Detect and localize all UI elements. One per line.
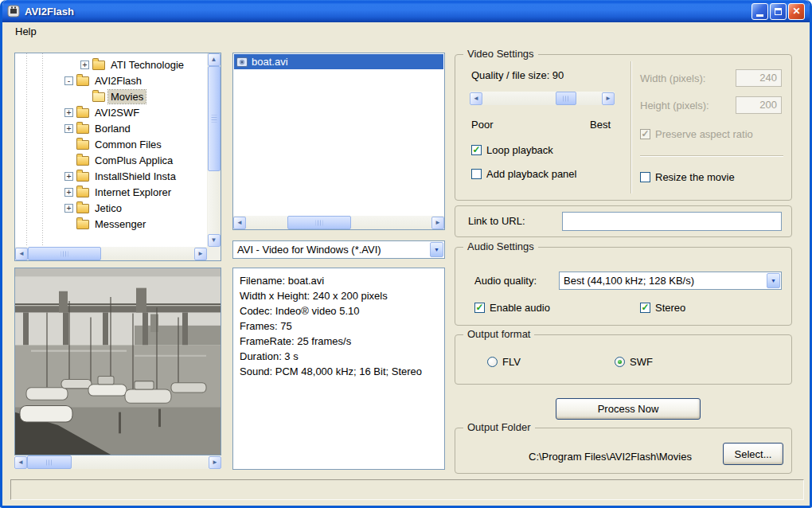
link-url-label: Link to URL: [468,215,525,227]
tree-expander-icon [64,140,73,149]
scrollbar-track[interactable] [27,455,209,469]
quality-label: Quality / file size: 90 [471,69,564,81]
audio-quality-label: Audio quality: [474,275,537,287]
preview-horizontal-scrollbar[interactable]: ◄ ► [14,455,221,469]
tree-item-internet-explorer[interactable]: + Internet Explorer [15,184,207,200]
close-icon: ✕ [792,6,800,17]
height-field: 200 [736,96,782,114]
tree-expander-icon[interactable]: + [64,188,73,197]
tree-item-label: Movies [108,90,146,104]
scroll-left-arrow-icon[interactable]: ◄ [14,456,27,469]
format-dropdown-value: AVI - Video for Windows (*.AVI) [233,244,430,256]
tree-item-label: Messenger [92,217,148,231]
folder-icon [76,124,89,134]
checkbox-box [471,169,482,179]
tree-expander-icon[interactable]: + [64,172,73,181]
tree-vertical-scrollbar[interactable]: ▲ ▼ [207,53,221,247]
swf-radio[interactable]: SWF [615,356,653,368]
process-now-button[interactable]: Process Now [556,398,701,420]
scrollbar-thumb[interactable] [208,66,221,171]
tree-expander-icon [64,220,73,229]
title-bar: AVI2Flash ✕ [2,0,810,22]
tree-expander-icon [80,92,89,101]
height-label: Height (pixels): [640,100,709,111]
scroll-right-arrow-icon[interactable]: ► [194,248,207,260]
tree-item-movies[interactable]: Movies [15,88,207,104]
dropdown-arrow-icon[interactable]: ▼ [430,242,443,257]
select-folder-button[interactable]: Select... [723,443,783,465]
checkbox-label: Enable audio [490,302,550,314]
minimize-icon [756,14,763,17]
output-format-group: Output format FLV SWF [455,334,792,385]
tree-item-label: ATI Technologie [108,58,186,72]
loop-playback-checkbox[interactable]: ✓ Loop playback [471,144,553,156]
tree-expander-icon[interactable]: + [80,61,89,69]
audio-quality-value: Best (44,100 kHz; 128 KB/s) [560,275,767,287]
menu-help[interactable]: Help [10,24,41,39]
group-title: Video Settings [463,48,538,60]
file-list-item-boat-avi[interactable]: boat.avi [234,54,443,69]
tree-item-common-files[interactable]: Common Files [15,136,207,152]
minimize-button[interactable] [751,3,768,20]
scrollbar-track[interactable] [208,66,221,234]
link-url-input[interactable] [562,212,782,231]
tree-item-complus-applications[interactable]: ComPlus Applica [15,152,207,168]
slider-left-arrow-icon[interactable]: ◄ [470,92,482,105]
tree-item-avi2flash[interactable]: - AVI2Flash [15,72,207,88]
maximize-button[interactable] [770,3,787,20]
tree-item-avi2swf[interactable]: + AVI2SWF [15,104,207,120]
folder-icon [76,220,89,229]
tree-horizontal-scrollbar[interactable]: ◄ ► [15,247,207,260]
stereo-checkbox[interactable]: ✓ Stereo [640,302,685,314]
format-dropdown[interactable]: AVI - Video for Windows (*.AVI) ▼ [232,240,445,259]
close-button[interactable]: ✕ [788,3,805,20]
scroll-down-arrow-icon[interactable]: ▼ [208,234,221,247]
file-name: boat.avi [252,56,288,68]
video-file-icon [236,57,248,68]
tree-expander-icon[interactable]: - [64,76,73,85]
radio-label: FLV [502,356,521,368]
slider-track[interactable] [482,92,602,105]
info-line-sound: Sound: PCM 48,000 kHz; 16 Bit; Stereo [240,364,438,379]
tree-item-label: ComPlus Applica [92,154,175,167]
file-list-horizontal-scrollbar[interactable]: ◄ ► [233,216,444,229]
video-settings-group: Video Settings Quality / file size: 90 ◄… [455,54,792,201]
scrollbar-track[interactable] [28,247,194,260]
tree-item-messenger[interactable]: Messenger [15,216,207,232]
enable-audio-checkbox[interactable]: ✓ Enable audio [474,302,550,314]
tree-item-label: AVI2Flash [92,74,144,88]
scrollbar-thumb[interactable] [27,455,72,469]
scrollbar-thumb[interactable] [287,216,351,229]
scroll-right-arrow-icon[interactable]: ► [431,217,444,229]
audio-quality-dropdown[interactable]: Best (44,100 kHz; 128 KB/s) ▼ [559,272,782,290]
checkbox-label: Add playback panel [486,168,576,180]
dropdown-arrow-icon[interactable]: ▼ [767,273,780,288]
info-line-framerate: FrameRate: 25 frames/s [240,334,438,349]
info-line-codec: Codec: Indeo® video 5.10 [240,303,438,318]
tree-item-installshield[interactable]: + InstallShield Insta [15,168,207,184]
folder-tree: + ATI Technologie - AVI2Flash Movies + A… [15,53,207,247]
info-line-filename: Filename: boat.avi [240,273,438,288]
resize-movie-checkbox[interactable]: Resize the movie [640,171,735,183]
scroll-up-arrow-icon[interactable]: ▲ [208,53,221,66]
scroll-left-arrow-icon[interactable]: ◄ [15,248,28,260]
check-icon: ✓ [475,303,483,311]
scroll-left-arrow-icon[interactable]: ◄ [233,217,246,229]
tree-expander-icon[interactable]: + [64,124,73,133]
tree-expander-icon[interactable]: + [64,204,73,213]
check-icon: ✓ [472,146,480,154]
tree-expander-icon[interactable]: + [64,108,73,117]
tree-item-ati-technologies[interactable]: + ATI Technologie [15,57,207,72]
scroll-right-arrow-icon[interactable]: ► [209,456,221,469]
tree-item-borland[interactable]: + Borland [15,120,207,136]
quality-slider[interactable]: ◄ ► [470,92,615,105]
preview-panel [14,268,221,455]
scrollbar-thumb[interactable] [28,247,101,260]
tree-item-jetico[interactable]: + Jetico [15,200,207,216]
slider-thumb[interactable] [556,92,576,105]
flv-radio[interactable]: FLV [487,356,521,368]
slider-right-arrow-icon[interactable]: ► [602,92,615,105]
add-playback-panel-checkbox[interactable]: Add playback panel [471,168,576,180]
scrollbar-track[interactable] [246,216,431,229]
width-label: Width (pixels): [640,72,705,84]
